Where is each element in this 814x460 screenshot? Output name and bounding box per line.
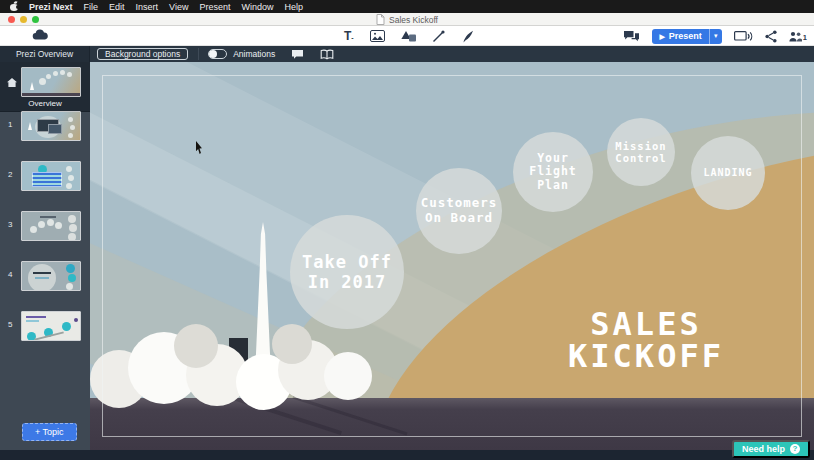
smoke-cloud	[174, 324, 218, 368]
overview-thumbnail[interactable]	[21, 67, 81, 97]
slide-number: 2	[8, 170, 12, 179]
present-button-group: ▶ Present ▾	[652, 29, 721, 44]
animations-label: Animations	[233, 49, 275, 59]
menu-app-name[interactable]: Prezi Next	[29, 2, 73, 12]
share-icon[interactable]	[765, 30, 777, 43]
menu-file[interactable]: File	[84, 2, 99, 12]
present-dropdown-button[interactable]: ▾	[709, 29, 722, 44]
secondary-toolbar: Prezi Overview Background options Animat…	[0, 46, 814, 62]
comments-icon[interactable]	[623, 30, 640, 42]
slide-number: 1	[8, 120, 12, 129]
background-options-button[interactable]: Background options	[97, 48, 188, 60]
slide-item-4[interactable]: 4	[0, 259, 90, 309]
comment-icon[interactable]	[291, 49, 304, 60]
overview-thumbnail-label: Overview	[0, 99, 90, 108]
macos-menu-bar: Prezi Next File Edit Insert View Present…	[0, 0, 814, 13]
topic-your-flight-plan[interactable]: Your Flight Plan	[513, 132, 593, 212]
toolbar-divider	[198, 48, 199, 60]
image-tool-icon[interactable]	[370, 30, 385, 42]
presentation-canvas[interactable]: Take Off In 2017 Customers On Board Your…	[90, 62, 814, 450]
notes-book-icon[interactable]	[320, 49, 334, 60]
title-line-1: SALES	[528, 308, 764, 340]
menu-present[interactable]: Present	[199, 2, 230, 12]
title-line-2: KICKOFF	[528, 340, 764, 372]
slide-item-2[interactable]: 2	[0, 159, 90, 209]
slide-number: 3	[8, 220, 12, 229]
screen-share-icon[interactable]	[734, 30, 753, 43]
collaborator-count: 1	[803, 33, 807, 42]
document-icon	[376, 14, 385, 25]
slide-item-5[interactable]: 5	[0, 309, 90, 359]
people-icon	[789, 31, 802, 42]
line-tool-icon[interactable]	[432, 30, 445, 43]
smoke-cloud	[324, 352, 372, 400]
menu-help[interactable]: Help	[284, 2, 303, 12]
shapes-tool-icon[interactable]	[401, 30, 416, 42]
home-icon	[7, 78, 17, 87]
window-title: Sales Kickoff	[389, 15, 438, 25]
menu-window[interactable]: Window	[241, 2, 273, 12]
topic-mission-control[interactable]: Mission Control	[607, 118, 675, 186]
presentation-title[interactable]: SALES KICKOFF	[528, 308, 764, 372]
menu-view[interactable]: View	[169, 2, 188, 12]
cloud-sync-icon[interactable]	[32, 29, 48, 40]
need-help-button[interactable]: Need help ?	[732, 440, 810, 458]
play-icon: ▶	[659, 33, 664, 40]
slides-sidebar: Overview 1 2	[0, 62, 90, 450]
slide-number: 4	[8, 270, 12, 279]
add-topic-button[interactable]: + Topic	[22, 423, 77, 441]
window-title-bar: Sales Kickoff	[0, 13, 814, 26]
slide-thumbnail[interactable]	[21, 111, 81, 141]
collaborators-button[interactable]: 1	[789, 31, 807, 42]
menu-edit[interactable]: Edit	[109, 2, 125, 12]
slide-item-3[interactable]: 3	[0, 209, 90, 259]
topic-take-off[interactable]: Take Off In 2017	[290, 215, 404, 329]
prezi-next-window: Prezi Next File Edit Insert View Present…	[0, 0, 814, 460]
present-button[interactable]: ▶ Present	[652, 31, 708, 41]
slide-thumbnail[interactable]	[21, 211, 81, 241]
chevron-down-icon: ▾	[714, 32, 718, 40]
slide-number: 5	[8, 320, 12, 329]
overview-section[interactable]: Overview	[0, 62, 90, 112]
animations-toggle[interactable]	[208, 49, 227, 59]
topic-customers-on-board[interactable]: Customers On Board	[416, 168, 502, 254]
text-tool-icon[interactable]: T-	[344, 30, 354, 42]
smoke-cloud	[272, 324, 312, 364]
slide-thumbnail[interactable]	[21, 311, 81, 341]
question-mark-icon: ?	[790, 444, 800, 454]
topic-landing[interactable]: LANDING	[691, 136, 765, 210]
apple-menu-icon[interactable]	[10, 2, 18, 11]
ground	[90, 398, 814, 450]
slide-item-1[interactable]: 1	[0, 109, 90, 159]
present-button-label: Present	[669, 31, 702, 41]
pen-tool-icon[interactable]	[461, 30, 474, 43]
prezi-overview-tab[interactable]: Prezi Overview	[0, 46, 90, 62]
need-help-label: Need help	[742, 444, 785, 454]
slide-thumbnail[interactable]	[21, 161, 81, 191]
bottom-bar	[0, 450, 814, 460]
prezi-overview-label: Prezi Overview	[16, 49, 73, 59]
menu-insert[interactable]: Insert	[136, 2, 159, 12]
slide-thumbnail[interactable]	[21, 261, 81, 291]
main-toolbar: T- ▶ Present ▾ 1	[0, 26, 814, 46]
